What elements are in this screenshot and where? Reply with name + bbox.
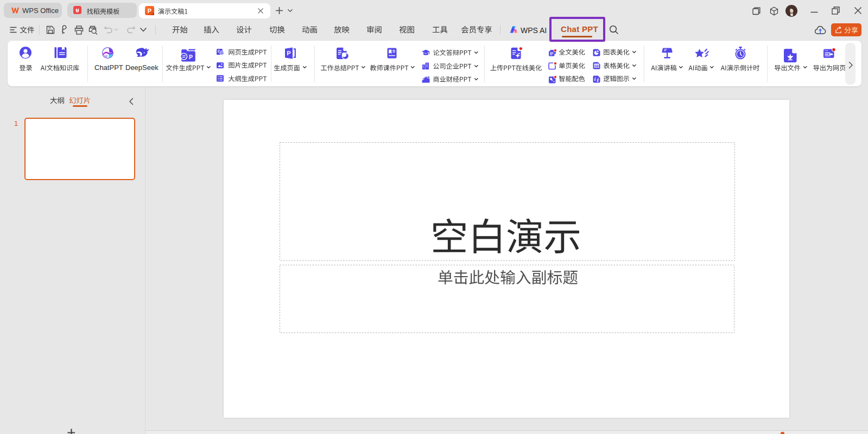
svg-text:P: P: [287, 49, 290, 56]
svg-text:1: 1: [597, 78, 599, 82]
svg-text:P: P: [148, 8, 151, 14]
svg-text:P: P: [189, 54, 193, 60]
